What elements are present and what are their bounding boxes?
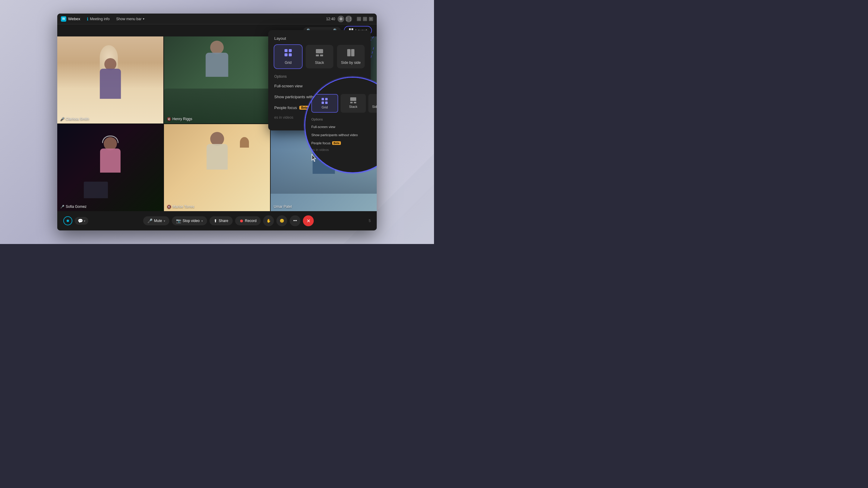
meeting-info-button[interactable]: ℹ Meeting info (85, 16, 111, 22)
video-cell-clarissa: 🎤 Clarissa Smith (57, 36, 163, 124)
chat-button[interactable]: 💬 ▾ (75, 217, 88, 225)
svg-rect-7 (284, 49, 287, 52)
zoom-faces-label: es in videos (311, 148, 377, 152)
video-cell-henry: 🔇 Henry Riggs (164, 36, 270, 124)
muted-icon-marise: 🔇 (167, 205, 171, 209)
webex-logo-icon: W (61, 16, 66, 22)
participant-video-henry (164, 36, 270, 124)
zoom-grid-option: Grid (311, 94, 338, 113)
share-button[interactable]: ⬆ Share (210, 216, 233, 225)
status-dot (67, 220, 69, 222)
side-by-side-option-icon (347, 48, 355, 59)
zoom-layout-options: Grid Stack (311, 94, 377, 113)
stack-option-label: Stack (315, 61, 324, 65)
layout-option-grid[interactable]: Grid (274, 45, 302, 68)
maximize-button[interactable]: □ (363, 17, 367, 21)
video-icon: 📷 (176, 218, 181, 223)
end-call-button[interactable]: ✕ (303, 216, 314, 226)
settings-icon: ⋮⋮ (345, 16, 352, 22)
participant-name-marise: 🔇 Marise Torres (167, 204, 194, 209)
svg-rect-9 (284, 53, 287, 56)
more-button[interactable]: ••• (290, 216, 301, 226)
zoom-participants-label: Show participants without video (311, 133, 358, 137)
body (100, 69, 121, 99)
name-marise: Marise Torres (173, 204, 194, 209)
zoom-grid-label: Grid (321, 105, 328, 109)
bottom-toolbar: 💬 ▾ 🎤 Mute ▾ 📷 Stop video ▾ ⬆ Share (57, 211, 377, 230)
status-indicator (63, 216, 72, 225)
body (206, 53, 228, 77)
muted-icon-henry: 🔇 (167, 117, 171, 121)
zoom-side-by-side-option: Side by side (368, 94, 377, 113)
head (104, 58, 116, 70)
zoom-stack-label: Stack (349, 105, 358, 108)
zoom-participants-row: Show participants without video (311, 132, 377, 137)
svg-rect-15 (351, 49, 354, 56)
meeting-info-label: Meeting info (90, 17, 110, 21)
people-focus-text: People focus (274, 105, 297, 110)
more-icon: ••• (293, 219, 297, 223)
record-button[interactable]: ⏺ Record (235, 216, 261, 225)
participant-name-umar: Umar Patel (274, 204, 292, 209)
name-umar: Umar Patel (274, 204, 292, 209)
close-button[interactable]: ✕ (369, 17, 373, 21)
svg-rect-19 (325, 98, 328, 100)
svg-rect-11 (316, 49, 323, 53)
participant-video-sofia (57, 124, 163, 211)
avatar-icon: ⚙ (338, 16, 344, 22)
svg-rect-20 (321, 101, 324, 104)
participant-video-marise (164, 124, 270, 211)
share-icon: ⬆ (214, 218, 217, 223)
fullscreen-label: Full-screen view (274, 84, 303, 88)
chat-chevron: ▾ (84, 219, 85, 223)
zoom-stack-option: Stack (341, 94, 366, 113)
name-henry: Henry Riggs (173, 117, 192, 121)
record-label: Record (245, 219, 257, 223)
layout-options: Grid Stack (274, 45, 365, 68)
chat-icon: 💬 (78, 218, 83, 223)
person-sofia (84, 137, 137, 202)
minimize-button[interactable]: — (357, 17, 361, 21)
webex-logo: W Webex (61, 16, 80, 22)
side-by-side-option-label: Side by side (341, 61, 361, 65)
zoom-stack-icon (350, 97, 356, 104)
mic-icon: 🎤 (147, 218, 153, 223)
svg-rect-13 (320, 55, 323, 56)
zoom-options-title: Options (311, 118, 377, 121)
layout-option-side-by-side[interactable]: Side by side (337, 45, 365, 68)
reaction-button[interactable]: 😊 (276, 216, 287, 226)
title-bar-right: 12:40 ⚙ ⋮⋮ — □ ✕ (326, 16, 373, 22)
person-marise (189, 132, 244, 198)
svg-rect-22 (350, 97, 356, 101)
title-bar: W Webex ℹ Meeting info Show menu bar ▾ 1… (57, 13, 377, 24)
window-controls: — □ ✕ (357, 17, 373, 21)
speaker-icon-clarissa: 🎤 (60, 117, 64, 121)
app-window: W Webex ℹ Meeting info Show menu bar ▾ 1… (57, 13, 377, 230)
chevron-down-icon: ▾ (143, 17, 144, 21)
body (100, 149, 121, 173)
info-icon: ℹ (87, 17, 88, 22)
mute-button[interactable]: 🎤 Mute ▾ (143, 216, 169, 225)
stop-video-button[interactable]: 📷 Stop video ▾ (172, 216, 207, 225)
participant-video-clarissa (57, 36, 163, 124)
show-menu-label: Show menu bar (116, 17, 142, 21)
zoom-people-focus-row: People focus Beta (311, 140, 377, 145)
name-clarissa: Clarissa Smith (66, 117, 89, 121)
svg-rect-24 (354, 102, 356, 103)
stop-video-label: Stop video (183, 219, 200, 223)
mute-label: Mute (154, 219, 162, 223)
share-label: Share (219, 219, 228, 223)
title-bar-left: W Webex ℹ Meeting info Show menu bar ▾ (61, 16, 326, 22)
participant-name-clarissa: 🎤 Clarissa Smith (60, 117, 89, 121)
zoom-people-focus-label: People focus Beta (311, 141, 341, 145)
layout-option-stack[interactable]: Stack (306, 45, 333, 68)
toolbar-center: 🎤 Mute ▾ 📷 Stop video ▾ ⬆ Share ⏺ Record (143, 216, 314, 226)
mute-chevron: ▾ (164, 219, 165, 223)
raise-hand-button[interactable]: ✋ (263, 216, 274, 226)
svg-rect-10 (289, 53, 292, 56)
person-clarissa (81, 58, 140, 124)
phone-end-icon: ✕ (307, 218, 310, 224)
show-menu-button[interactable]: Show menu bar ▾ (116, 17, 144, 21)
speaker-icon-sofia: 🎤 (60, 205, 64, 209)
layout-panel-title: Layout (274, 36, 365, 41)
